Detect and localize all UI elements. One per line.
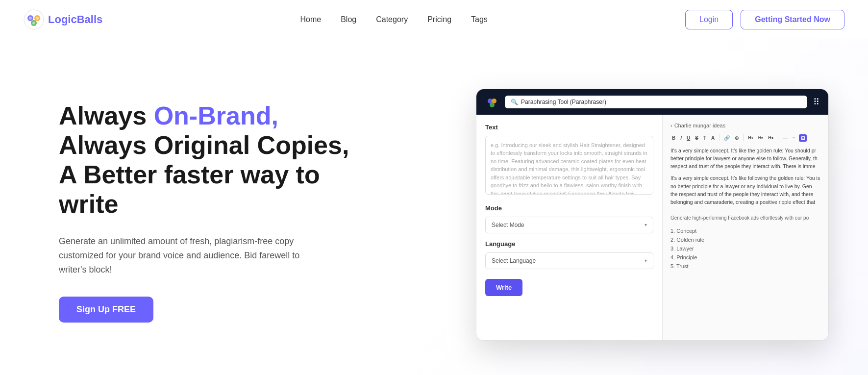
- language-select-text: Select Language: [492, 257, 536, 264]
- toolbar-separator-3: [778, 134, 778, 141]
- concept-item-2: 2. Golden rule: [670, 235, 820, 244]
- hero-subtitle: Generate an unlimited amount of fresh, p…: [59, 234, 314, 276]
- mockup-topbar: 🔍 Paraphrasing Tool (Paraphraser) ⠿: [476, 89, 828, 115]
- app-mockup: 🔍 Paraphrasing Tool (Paraphraser) ⠿ Text…: [476, 89, 829, 341]
- get-started-button[interactable]: Getting Started Now: [741, 10, 844, 29]
- toolbar-italic[interactable]: I: [679, 134, 683, 142]
- search-icon: 🔍: [511, 99, 518, 105]
- mockup-logo-icon: [485, 95, 499, 109]
- logo-text: LogicBalls: [48, 13, 102, 26]
- right-text-1: It's a very simple concept. It's like th…: [670, 147, 820, 171]
- grid-icon: ⠿: [813, 97, 819, 107]
- panel-topic: Charlie mungar ideas: [674, 123, 726, 128]
- editor-toolbar: B I U S T A 🔗 ⊕ H₁ H₂ H₃ —: [670, 134, 820, 142]
- nav-pricing[interactable]: Pricing: [427, 15, 451, 24]
- concept-list: 1. Concept 2. Golden rule 3. Lawyer 4. P…: [670, 226, 820, 271]
- toolbar-bold[interactable]: B: [670, 134, 677, 142]
- concept-item-3: 3. Lawyer: [670, 244, 820, 253]
- language-select[interactable]: Select Language ▾: [485, 252, 653, 269]
- mode-chevron-icon: ▾: [645, 222, 647, 227]
- mockup-right-panel: ‹ Charlie mungar ideas B I U S T A 🔗 ⊕ H…: [663, 115, 828, 340]
- mode-section: Mode Select Mode ▾: [485, 204, 653, 233]
- nav-category[interactable]: Category: [376, 15, 408, 24]
- nav-blog[interactable]: Blog: [341, 15, 356, 24]
- navbar: LogicBalls Home Blog Category Pricing Ta…: [0, 0, 868, 39]
- toolbar-h2[interactable]: H₂: [757, 134, 765, 141]
- language-section: Language Select Language ▾: [485, 240, 653, 269]
- mockup-left-panel: Text e.g. Introducing our sleek and styl…: [476, 115, 663, 340]
- toolbar-strikethrough[interactable]: S: [694, 134, 700, 142]
- svg-point-0: [24, 10, 44, 29]
- concept-item-5: 5. Trust: [670, 262, 820, 271]
- svg-point-5: [36, 17, 39, 20]
- back-arrow[interactable]: ‹ Charlie mungar ideas: [670, 123, 725, 128]
- toolbar-plus[interactable]: ⊕: [733, 134, 740, 142]
- text-section-title: Text: [485, 124, 653, 131]
- toolbar-underline[interactable]: U: [685, 134, 692, 142]
- svg-point-6: [32, 22, 35, 25]
- toolbar-separator-1: [719, 134, 719, 141]
- hero-title: Always On-Brand, Always Original Copies,…: [59, 101, 353, 219]
- language-chevron-icon: ▾: [645, 258, 647, 263]
- nav-home[interactable]: Home: [300, 15, 321, 24]
- toolbar-dash[interactable]: —: [781, 134, 789, 142]
- login-button[interactable]: Login: [685, 10, 733, 29]
- hero-highlight: On-Brand,: [154, 101, 278, 130]
- nav-buttons: Login Getting Started Now: [685, 10, 844, 29]
- toolbar-h3[interactable]: H₃: [767, 134, 775, 141]
- svg-point-4: [29, 17, 32, 20]
- mockup-search-text: Paraphrasing Tool (Paraphraser): [521, 99, 606, 105]
- hero-section: Always On-Brand, Always Original Copies,…: [0, 39, 868, 375]
- toolbar-separator-2: [743, 134, 744, 141]
- toolbar-grid[interactable]: ⊞: [799, 134, 807, 142]
- hero-left: Always On-Brand, Always Original Copies,…: [59, 101, 353, 323]
- signup-button[interactable]: Sign Up FREE: [59, 297, 153, 323]
- right-text-2: It's a very simple concept. It's like fo…: [670, 174, 820, 206]
- logo[interactable]: LogicBalls: [24, 9, 102, 30]
- language-label: Language: [485, 240, 653, 248]
- nav-links: Home Blog Category Pricing Tags: [300, 15, 487, 24]
- right-panel-header: ‹ Charlie mungar ideas: [670, 123, 820, 128]
- logo-icon: [24, 9, 44, 30]
- hero-right: 🔍 Paraphrasing Tool (Paraphraser) ⠿ Text…: [353, 84, 829, 341]
- toolbar-list[interactable]: ≡: [791, 134, 797, 142]
- write-button[interactable]: Write: [485, 279, 522, 296]
- concept-item-1: 1. Concept: [670, 226, 820, 235]
- mode-select[interactable]: Select Mode ▾: [485, 217, 653, 233]
- mode-select-text: Select Mode: [492, 222, 524, 228]
- right-ad-text: Generate high-performing Facebook ads ef…: [670, 210, 820, 222]
- svg-point-9: [490, 102, 495, 107]
- nav-tags[interactable]: Tags: [471, 15, 488, 24]
- toolbar-T[interactable]: T: [702, 134, 708, 142]
- mockup-search-bar[interactable]: 🔍 Paraphrasing Tool (Paraphraser): [505, 96, 807, 108]
- toolbar-A[interactable]: A: [710, 134, 716, 142]
- toolbar-h1[interactable]: H₁: [746, 134, 755, 141]
- mockup-body: Text e.g. Introducing our sleek and styl…: [476, 115, 828, 340]
- toolbar-link[interactable]: 🔗: [722, 134, 731, 142]
- concept-item-4: 4. Principle: [670, 253, 820, 262]
- text-input[interactable]: e.g. Introducing our sleek and stylish H…: [485, 136, 653, 195]
- mode-label: Mode: [485, 204, 653, 212]
